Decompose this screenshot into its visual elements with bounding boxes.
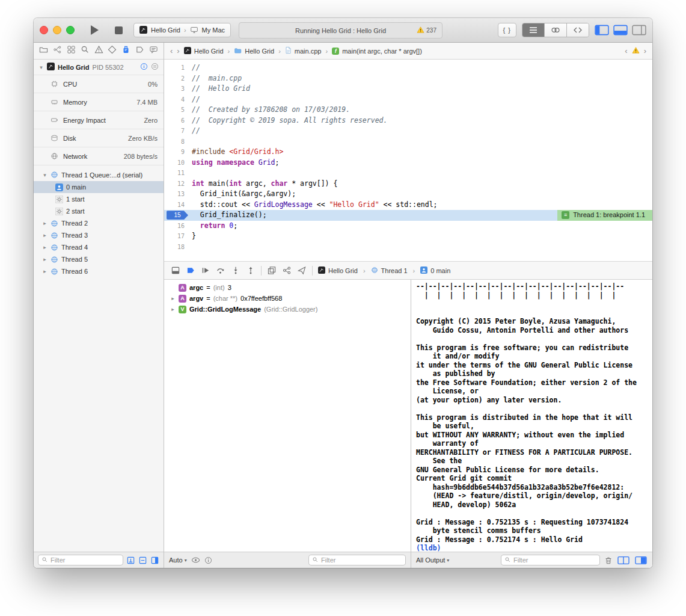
code-line[interactable]: 7// bbox=[164, 126, 652, 137]
version-editor-button[interactable] bbox=[566, 23, 589, 37]
thread-row[interactable]: ▸Thread 5 bbox=[34, 253, 164, 265]
code-line[interactable]: 5// Created by s1786208 on 17/03/2019. bbox=[164, 105, 652, 116]
code-line[interactable]: 6// Copyright © 2019 sopa. All rights re… bbox=[164, 116, 652, 126]
stack-frame-row[interactable]: 2 start bbox=[34, 205, 164, 217]
code-editor[interactable]: 1//2// main.cpp3// Hello Grid4//5// Crea… bbox=[164, 60, 652, 261]
previous-issue-icon[interactable]: ‹ bbox=[625, 46, 627, 55]
quicklook-eye-icon[interactable] bbox=[191, 556, 200, 564]
jumpbar-crumb-group[interactable]: Hello Grid bbox=[234, 47, 274, 55]
stack-frame-row[interactable]: 0 main bbox=[34, 181, 164, 193]
find-navigator-tab[interactable] bbox=[81, 45, 90, 57]
thread-row[interactable]: ▸Thread 3 bbox=[34, 229, 164, 241]
activate-breakpoints-button[interactable] bbox=[186, 266, 195, 275]
disclosure-open-icon[interactable]: ▾ bbox=[42, 172, 47, 178]
thread-row[interactable]: ▸Thread 6 bbox=[34, 265, 164, 277]
debug-area-panel-toggle[interactable] bbox=[613, 25, 628, 35]
step-into-button[interactable] bbox=[231, 266, 240, 275]
info-circle-icon[interactable] bbox=[140, 63, 148, 72]
show-running-blocks-toggle[interactable] bbox=[126, 556, 135, 565]
debugbar-crumb-frame[interactable]: 0 main bbox=[420, 266, 450, 275]
code-line[interactable]: 8 bbox=[164, 137, 652, 147]
issue-navigator-tab[interactable] bbox=[94, 45, 103, 57]
assistant-editor-button[interactable] bbox=[544, 23, 566, 37]
debugbar-crumb-thread[interactable]: Thread 1 bbox=[371, 266, 408, 275]
variable-row[interactable]: ▸VGrid::GridLogMessage(Grid::GridLogger) bbox=[164, 304, 411, 315]
gauge-row[interactable]: Energy ImpactZero bbox=[34, 111, 164, 129]
console-scope-selector[interactable]: All Output ▾ bbox=[416, 556, 449, 564]
navigator-filter-input[interactable] bbox=[51, 556, 120, 564]
code-line[interactable]: 18 bbox=[164, 242, 652, 253]
view-options-icon[interactable] bbox=[151, 63, 159, 72]
breakpoint-indicator[interactable]: 15 bbox=[167, 211, 188, 220]
code-line[interactable]: 10using namespace Grid; bbox=[164, 158, 652, 168]
thread-row[interactable]: ▸Thread 2 bbox=[34, 217, 164, 229]
step-out-button[interactable] bbox=[246, 266, 256, 275]
jumpbar-crumb-file[interactable]: main.cpp bbox=[285, 46, 322, 55]
navigator-filter-field[interactable] bbox=[38, 555, 123, 565]
variables-scope-selector[interactable]: Auto ▾ bbox=[169, 556, 187, 564]
forward-icon[interactable]: › bbox=[177, 46, 179, 55]
disclosure-closed-icon[interactable]: ▸ bbox=[42, 220, 47, 226]
warning-icon[interactable] bbox=[632, 47, 640, 55]
debug-navigator-tab[interactable] bbox=[121, 45, 130, 57]
variables-filter-field[interactable] bbox=[308, 555, 406, 565]
breakpoint-annotation[interactable]: ≡Thread 1: breakpoint 1.1 bbox=[557, 210, 652, 221]
disclosure-closed-icon[interactable]: ▸ bbox=[170, 295, 176, 301]
variables-filter-input[interactable] bbox=[321, 556, 402, 564]
code-line[interactable]: 17} bbox=[164, 231, 652, 242]
trash-icon[interactable] bbox=[604, 556, 613, 565]
process-row[interactable]: ▾ Hello Grid PID 55302 bbox=[34, 60, 164, 75]
source-control-navigator-tab[interactable] bbox=[53, 45, 62, 57]
code-line[interactable]: 3// Hello Grid bbox=[164, 84, 652, 94]
disclosure-closed-icon[interactable]: ▸ bbox=[42, 256, 47, 262]
breakpoint-navigator-tab[interactable] bbox=[135, 45, 144, 57]
print-description-icon[interactable] bbox=[204, 556, 212, 564]
code-line[interactable]: 14 std::cout << GridLogMessage << "Hello… bbox=[164, 200, 652, 211]
code-line[interactable]: 16 return 0; bbox=[164, 221, 652, 232]
code-line[interactable]: 9#include <Grid/Grid.h> bbox=[164, 147, 652, 158]
stack-frame-compress-toggle[interactable] bbox=[150, 556, 159, 565]
thread-group-row[interactable]: ▾ Thread 1 Queue:...d (serial) bbox=[34, 169, 164, 181]
debug-view-hierarchy-button[interactable] bbox=[267, 266, 277, 275]
gauge-row[interactable]: Network208 bytes/s bbox=[34, 147, 164, 165]
code-snippets-button[interactable]: { } bbox=[498, 23, 516, 37]
code-line[interactable]: 12int main(int argc, char * argv[]) { bbox=[164, 179, 652, 189]
zoom-button[interactable] bbox=[66, 26, 75, 34]
console-filter-input[interactable] bbox=[513, 556, 596, 564]
standard-editor-button[interactable] bbox=[522, 23, 544, 37]
simulate-location-button[interactable] bbox=[297, 266, 307, 275]
console-filter-field[interactable] bbox=[501, 555, 600, 565]
code-line[interactable]: 13 Grid_init(&argc,&argv); bbox=[164, 189, 652, 200]
debugbar-crumb-process[interactable]: Hello Grid bbox=[318, 266, 358, 275]
disclosure-closed-icon[interactable]: ▸ bbox=[42, 232, 47, 238]
test-navigator-tab[interactable] bbox=[108, 45, 117, 57]
thread-row[interactable]: ▸Thread 4 bbox=[34, 241, 164, 253]
disclosure-closed-icon[interactable]: ▸ bbox=[42, 244, 47, 250]
gauge-row[interactable]: Memory7.4 MB bbox=[34, 93, 164, 111]
stack-frame-row[interactable]: 1 start bbox=[34, 193, 164, 205]
code-line[interactable]: 1// bbox=[164, 63, 652, 73]
code-line[interactable]: 15 Grid_finalize();≡Thread 1: breakpoint… bbox=[164, 210, 652, 221]
hide-debug-area-button[interactable] bbox=[171, 266, 180, 275]
next-issue-icon[interactable]: › bbox=[644, 46, 646, 55]
jumpbar-crumb-project[interactable]: Hello Grid bbox=[184, 47, 224, 55]
disclosure-closed-icon[interactable]: ▸ bbox=[170, 306, 176, 312]
warning-badge[interactable]: 237 bbox=[417, 26, 436, 34]
continue-button[interactable] bbox=[201, 266, 210, 275]
gauge-row[interactable]: DiskZero KB/s bbox=[34, 129, 164, 147]
show-crashed-threads-toggle[interactable] bbox=[138, 556, 147, 565]
memory-graph-button[interactable] bbox=[282, 266, 292, 275]
symbol-navigator-tab[interactable] bbox=[67, 45, 76, 57]
code-line[interactable]: 11 bbox=[164, 168, 652, 179]
gauge-row[interactable]: CPU0% bbox=[34, 75, 164, 93]
scheme-selector[interactable]: Hello Grid › My Mac bbox=[133, 23, 231, 37]
close-button[interactable] bbox=[40, 26, 48, 34]
variable-row[interactable]: ▸Aargv=(char **)0x7ffeefbff568 bbox=[164, 293, 411, 304]
show-console-view-toggle[interactable] bbox=[634, 555, 648, 565]
back-icon[interactable]: ‹ bbox=[170, 46, 173, 55]
breakpoint-gutter[interactable]: 15 bbox=[164, 210, 192, 221]
minimize-button[interactable] bbox=[53, 26, 61, 34]
code-line[interactable]: 4// bbox=[164, 94, 652, 105]
disclosure-open-icon[interactable]: ▾ bbox=[38, 64, 44, 70]
variable-row[interactable]: Aargc=(int)3 bbox=[164, 282, 411, 293]
